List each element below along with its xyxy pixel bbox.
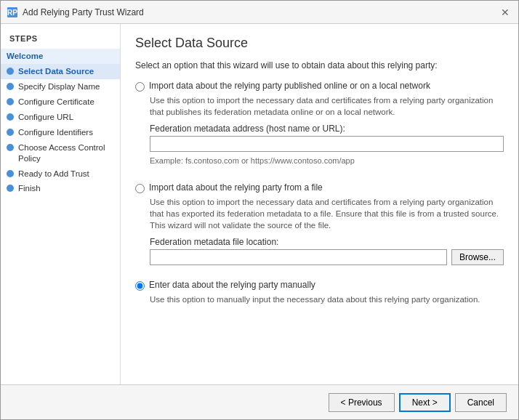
step-dot-url	[7, 113, 14, 121]
option1-label[interactable]: Import data about the relying party publ…	[149, 81, 430, 91]
svg-text:RP: RP	[7, 9, 17, 17]
step-select-label: Select Data Source	[18, 66, 94, 77]
option1-row: Import data about the relying party publ…	[135, 81, 504, 92]
option2-description: Use this option to import the necessary …	[150, 196, 504, 231]
step-display-name[interactable]: Specify Display Name	[1, 79, 120, 94]
steps-title: Steps	[1, 31, 120, 49]
title-bar-left: RP Add Relying Party Trust Wizard	[7, 7, 144, 18]
step-dot-ready	[7, 170, 14, 177]
option3-row: Enter data about the relying party manua…	[135, 280, 504, 291]
previous-button[interactable]: < Previous	[329, 393, 395, 412]
option2-radio[interactable]	[135, 184, 145, 193]
step-access-control[interactable]: Choose Access Control Policy	[1, 140, 120, 166]
step-certificate[interactable]: Configure Certificate	[1, 94, 120, 110]
option3-radio[interactable]	[135, 281, 145, 291]
option1-description: Use this option to import the necessary …	[150, 94, 504, 118]
step-welcome-label: Welcome	[7, 51, 43, 62]
step-dot-select	[7, 68, 14, 75]
option-group-3: Enter data about the relying party manua…	[135, 280, 504, 311]
wizard-window: RP Add Relying Party Trust Wizard ✕ Step…	[0, 0, 519, 420]
option1-field-group: Federation metadata address (host name o…	[150, 124, 504, 152]
sidebar: Steps Welcome Select Data Source Specify…	[1, 24, 121, 384]
window-title: Add Relying Party Trust Wizard	[23, 7, 144, 17]
step-finish-label: Finish	[18, 183, 41, 194]
close-button[interactable]: ✕	[498, 5, 512, 20]
option2-field-label: Federation metadata file location:	[150, 237, 504, 247]
option3-label[interactable]: Enter data about the relying party manua…	[149, 280, 315, 290]
step-finish[interactable]: Finish	[1, 181, 120, 196]
window-icon: RP	[7, 7, 18, 18]
step-welcome[interactable]: Welcome	[1, 49, 120, 64]
step-url-label: Configure URL	[18, 112, 73, 123]
step-select-data-source[interactable]: Select Data Source	[1, 64, 120, 79]
step-display-label: Specify Display Name	[18, 81, 100, 92]
step-url[interactable]: Configure URL	[1, 110, 120, 125]
option1-field-label: Federation metadata address (host name o…	[150, 124, 504, 134]
step-certificate-label: Configure Certificate	[18, 97, 94, 108]
next-button[interactable]: Next >	[399, 393, 451, 412]
step-dot-access	[7, 144, 14, 151]
federation-metadata-address-input[interactable]	[150, 136, 504, 152]
step-identifiers[interactable]: Configure Identifiers	[1, 125, 120, 140]
option-group-2: Import data about the relying party from…	[135, 182, 504, 270]
option2-row: Import data about the relying party from…	[135, 182, 504, 193]
instruction-text: Select an option that this wizard will u…	[135, 60, 504, 72]
option-group-1: Import data about the relying party publ…	[135, 81, 504, 172]
option2-label[interactable]: Import data about the relying party from…	[149, 182, 323, 193]
cancel-button[interactable]: Cancel	[455, 393, 507, 412]
step-access-label: Choose Access Control Policy	[18, 142, 114, 164]
step-ready[interactable]: Ready to Add Trust	[1, 166, 120, 182]
browse-button[interactable]: Browse...	[451, 249, 504, 265]
step-dot-display	[7, 83, 14, 90]
footer: < Previous Next > Cancel	[1, 384, 518, 419]
page-title: Select Data Source	[135, 36, 504, 51]
option1-radio[interactable]	[135, 82, 145, 92]
option2-field-group: Federation metadata file location: Brows…	[150, 237, 504, 265]
step-dot-cert	[7, 98, 14, 105]
option2-field-row: Browse...	[150, 249, 504, 265]
step-ready-label: Ready to Add Trust	[18, 169, 89, 179]
step-dot-id	[7, 129, 14, 136]
content-area: Steps Welcome Select Data Source Specify…	[1, 24, 518, 384]
step-dot-finish	[7, 185, 14, 192]
step-identifiers-label: Configure Identifiers	[18, 127, 93, 138]
title-bar: RP Add Relying Party Trust Wizard ✕	[1, 1, 518, 24]
option3-description: Use this option to manually input the ne…	[150, 294, 504, 305]
federation-file-location-input[interactable]	[150, 249, 447, 265]
main-panel: Select Data Source Select an option that…	[121, 24, 518, 384]
option1-example: Example: fs.contoso.com or https://www.c…	[150, 156, 504, 165]
